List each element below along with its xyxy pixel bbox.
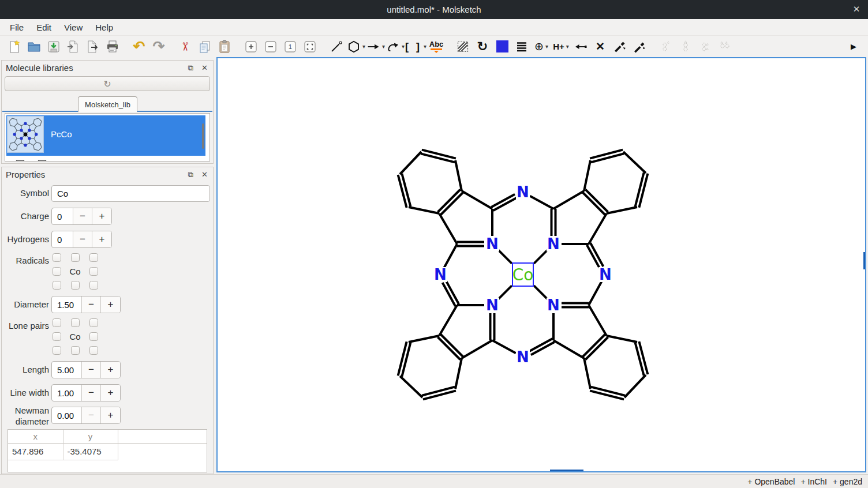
draw-line-button[interactable] [327,37,346,56]
menu-edit[interactable]: Edit [30,21,58,34]
window-close-button[interactable]: ✕ [851,4,862,14]
coords-cell-empty[interactable] [118,443,207,460]
nitrogen-atom[interactable]: N [434,266,447,283]
radical-checkbox[interactable] [71,253,80,262]
library-refresh-button[interactable]: ↻ [5,76,210,91]
line-width-increment-button[interactable]: + [101,385,120,401]
tab-molsketch-lib[interactable]: Molsketch_lib [78,96,137,112]
lone-pair-checkbox[interactable] [53,318,61,327]
delete-button[interactable]: ✕ [590,37,610,56]
flip-horizontal-button[interactable] [610,37,630,56]
newman-diameter-value[interactable]: 0.00 [52,407,82,423]
open-button[interactable] [24,37,44,56]
nitrogen-atom[interactable]: N [547,296,560,314]
nitrogen-atom[interactable]: N [517,183,529,201]
toolbar-expand-button[interactable]: ▶ [844,37,863,56]
diameter-decrement-button[interactable]: − [82,296,101,313]
coords-cell[interactable]: -35.4075 [63,443,118,460]
cobalt-atom[interactable]: Co [512,265,534,284]
lasso-selection-button[interactable] [453,37,473,56]
menu-file[interactable]: File [3,21,30,34]
vertical-scrollbar-thumb[interactable] [863,252,865,269]
panel-close-icon[interactable]: ✕ [200,63,209,72]
zoom-out-button[interactable] [261,37,280,56]
diameter-increment-button[interactable]: + [101,296,120,313]
dropdown-arrow-icon[interactable]: ▾ [402,43,405,50]
nitrogen-atom[interactable]: N [547,235,560,253]
lone-pair-checkbox[interactable] [89,346,98,355]
charge-value[interactable]: 0 [52,208,73,224]
newman-diameter-increment-button[interactable]: + [101,407,120,423]
hydrogens-value[interactable]: 0 [52,231,73,247]
symbol-input[interactable]: Co [51,185,210,202]
lone-pair-checkbox[interactable] [89,318,98,327]
new-document-button[interactable] [5,37,24,56]
charge-button[interactable]: ⊕▾ [532,37,551,56]
lone-pair-checkbox[interactable] [53,332,61,341]
panel-close-icon[interactable]: ✕ [200,170,209,179]
undo-button[interactable]: ↶ [129,37,149,56]
mechanism-arrow-button[interactable]: ▾ [386,37,405,56]
library-item-partial[interactable] [6,157,205,162]
paste-button[interactable] [215,37,234,56]
hydrogens-button[interactable]: H+▾ [551,37,571,56]
radical-checkbox[interactable] [89,281,98,290]
dropdown-arrow-icon[interactable]: ▾ [545,43,548,50]
nitrogen-atom[interactable]: N [517,348,529,366]
zoom-in-button[interactable] [241,37,261,56]
diameter-value[interactable]: 1.50 [52,296,82,313]
rotate-button[interactable]: ↻ [473,37,492,56]
zoom-original-button[interactable]: 1 [280,37,300,56]
nitrogen-atom[interactable]: N [486,296,499,314]
insert-text-button[interactable]: Abc [426,37,446,56]
line-width-value[interactable]: 1.00 [52,385,82,401]
cut-button[interactable]: ✂ [175,37,195,56]
horizontal-scrollbar-thumb[interactable] [550,470,583,471]
save-button[interactable] [44,37,63,56]
print-button[interactable] [103,37,122,56]
dropdown-arrow-icon[interactable]: ▾ [566,43,569,50]
radical-checkbox[interactable] [89,253,98,262]
charge-increment-button[interactable]: + [92,208,111,224]
library-scrollbar-thumb[interactable] [202,123,204,149]
connect-button[interactable] [571,37,590,56]
nitrogen-atom[interactable]: N [486,235,499,253]
radical-checkbox[interactable] [89,267,98,276]
reaction-arrow-button[interactable]: ▾ [366,37,386,56]
length-decrement-button[interactable]: − [82,362,101,378]
newman-diameter-decrement-button[interactable]: − [82,407,101,423]
radical-checkbox[interactable] [53,281,61,290]
hydrogens-decrement-button[interactable]: − [73,231,92,247]
panel-float-icon[interactable]: ⧉ [186,63,195,72]
charge-decrement-button[interactable]: − [73,208,92,224]
export-button[interactable] [83,37,103,56]
line-width-decrement-button[interactable]: − [82,385,101,401]
dropdown-arrow-icon[interactable]: ▾ [382,43,385,50]
brackets-button[interactable]: [ ]▾ [405,37,426,56]
coordinates-table[interactable]: xy547.896-35.4075 [8,429,207,472]
menu-help[interactable]: Help [89,21,119,34]
molecule-drawing[interactable]: NNNNNNNNCo [218,58,865,471]
lone-pair-checkbox[interactable] [89,332,98,341]
length-increment-button[interactable]: + [101,362,120,378]
radical-checkbox[interactable] [53,253,61,262]
ring-button[interactable]: ▾ [346,37,366,56]
hydrogens-increment-button[interactable]: + [92,231,111,247]
radical-checkbox[interactable] [71,281,80,290]
copy-button[interactable] [195,37,215,56]
lone-pair-checkbox[interactable] [71,346,80,355]
panel-float-icon[interactable]: ⧉ [186,170,195,179]
flip-vertical-button[interactable] [630,37,649,56]
nitrogen-atom[interactable]: N [599,266,612,283]
lone-pair-checkbox[interactable] [53,346,61,355]
dropdown-arrow-icon[interactable]: ▾ [362,43,365,50]
menu-view[interactable]: View [58,21,89,34]
coords-cell[interactable]: 547.896 [8,443,63,460]
length-value[interactable]: 5.00 [52,362,82,378]
zoom-fit-button[interactable] [300,37,320,56]
lone-pair-checkbox[interactable] [71,318,80,327]
drawing-canvas[interactable]: NNNNNNNNCo [216,57,866,472]
line-width-button[interactable] [512,37,532,56]
redo-button[interactable]: ↷ [149,37,169,56]
radical-checkbox[interactable] [53,267,61,276]
